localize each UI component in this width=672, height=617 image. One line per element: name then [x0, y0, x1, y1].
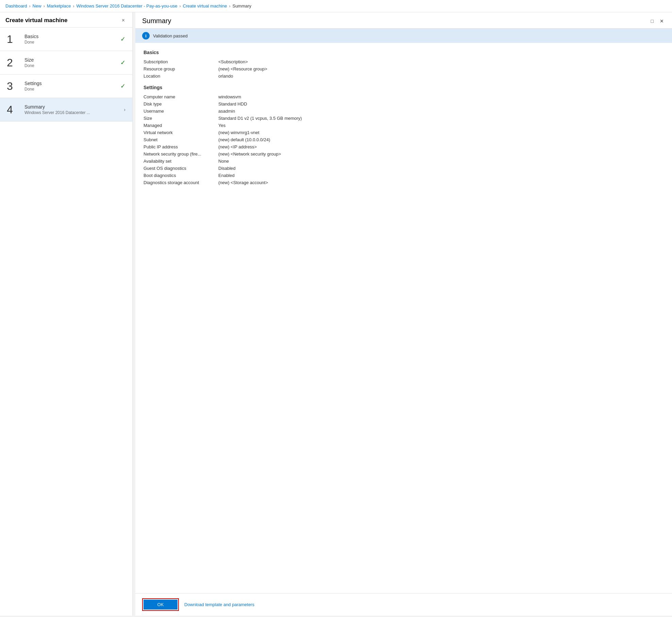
detail-row-subscription: Subscription <Subscription> — [144, 59, 664, 64]
settings-section: Settings Computer name windowsvm Disk ty… — [144, 85, 664, 185]
breadcrumb: Dashboard › New › Marketplace › Windows … — [0, 0, 672, 12]
value-resource-group: (new) <Resource group> — [218, 66, 267, 71]
step-check-1: ✓ — [120, 35, 125, 43]
label-public-ip: Public IP address — [144, 144, 218, 149]
value-location: orlando — [218, 74, 233, 79]
value-guest-os-diag: Disabled — [218, 166, 236, 171]
value-computer-name: windowsvm — [218, 94, 241, 99]
label-availability-set: Availability set — [144, 159, 218, 164]
step-number-2: 2 — [7, 57, 20, 68]
label-managed: Managed — [144, 123, 218, 128]
detail-row-computer-name: Computer name windowsvm — [144, 94, 664, 99]
validation-banner: i Validation passed — [135, 29, 672, 43]
right-panel: Summary □ ✕ i Validation passed Basics S… — [135, 12, 672, 616]
label-username: Username — [144, 109, 218, 114]
step-info-2: Size Done — [24, 57, 120, 68]
step-name-3: Settings — [24, 81, 120, 86]
label-location: Location — [144, 74, 218, 79]
step-info-1: Basics Done — [24, 34, 120, 45]
detail-row-size: Size Standard D1 v2 (1 vcpus, 3.5 GB mem… — [144, 116, 664, 121]
ok-button[interactable]: OK — [144, 600, 178, 610]
breadcrumb-marketplace[interactable]: Marketplace — [47, 3, 71, 9]
step-status-1: Done — [24, 40, 120, 45]
step-number-3: 3 — [7, 81, 20, 92]
right-panel-close-button[interactable]: ✕ — [658, 18, 665, 25]
detail-row-virtual-network: Virtual network (new) winvmrg1-vnet — [144, 130, 664, 135]
value-subscription: <Subscription> — [218, 59, 248, 64]
breadcrumb-sep-2: › — [44, 4, 45, 9]
detail-row-location: Location orlando — [144, 74, 664, 79]
info-circle-icon: i — [142, 32, 150, 39]
detail-row-disk-type: Disk type Standard HDD — [144, 101, 664, 107]
label-computer-name: Computer name — [144, 94, 218, 99]
detail-row-resource-group: Resource group (new) <Resource group> — [144, 66, 664, 71]
chevron-right-icon: › — [124, 107, 125, 112]
detail-row-boot-diag: Boot diagnostics Enabled — [144, 173, 664, 178]
label-diag-storage: Diagnostics storage account — [144, 180, 218, 185]
label-boot-diag: Boot diagnostics — [144, 173, 218, 178]
label-nsg: Network security group (fire... — [144, 151, 218, 157]
breadcrumb-dashboard[interactable]: Dashboard — [5, 3, 27, 9]
value-managed: Yes — [218, 123, 225, 128]
left-panel-title: Create virtual machine — [5, 17, 67, 24]
settings-section-title: Settings — [144, 85, 664, 90]
detail-row-availability-set: Availability set None — [144, 159, 664, 164]
right-header-actions: □ ✕ — [650, 18, 665, 25]
value-public-ip: (new) <IP address> — [218, 144, 257, 149]
breadcrumb-sep-1: › — [29, 4, 31, 9]
value-boot-diag: Enabled — [218, 173, 235, 178]
label-virtual-network: Virtual network — [144, 130, 218, 135]
step-check-2: ✓ — [120, 59, 125, 66]
breadcrumb-create-vm[interactable]: Create virtual machine — [183, 3, 227, 9]
value-availability-set: None — [218, 159, 229, 164]
validation-message: Validation passed — [153, 33, 188, 38]
step-check-3: ✓ — [120, 82, 125, 90]
value-diag-storage: (new) <Storage account> — [218, 180, 268, 185]
detail-row-subnet: Subnet (new) default (10.0.0.0/24) — [144, 137, 664, 142]
basics-section-title: Basics — [144, 50, 664, 55]
breadcrumb-new[interactable]: New — [33, 3, 41, 9]
step-info-4: Summary Windows Server 2016 Datacenter .… — [24, 104, 124, 115]
left-panel-close-button[interactable]: × — [120, 17, 127, 24]
main-container: Create virtual machine × 1 Basics Done ✓… — [0, 12, 672, 616]
label-size: Size — [144, 116, 218, 121]
label-resource-group: Resource group — [144, 66, 218, 71]
step-sub-4: Windows Server 2016 Datacenter ... — [24, 110, 106, 115]
value-size: Standard D1 v2 (1 vcpus, 3.5 GB memory) — [218, 116, 302, 121]
label-disk-type: Disk type — [144, 101, 218, 107]
breadcrumb-sep-4: › — [179, 4, 181, 9]
step-name-2: Size — [24, 57, 120, 63]
step-item-basics[interactable]: 1 Basics Done ✓ — [0, 28, 132, 51]
breadcrumb-current: Summary — [232, 3, 251, 9]
label-guest-os-diag: Guest OS diagnostics — [144, 166, 218, 171]
step-name-1: Basics — [24, 34, 120, 39]
right-footer: OK Download template and parameters — [135, 593, 672, 616]
ok-button-wrapper: OK — [142, 598, 179, 611]
left-panel: Create virtual machine × 1 Basics Done ✓… — [0, 12, 133, 616]
download-template-link[interactable]: Download template and parameters — [184, 602, 254, 607]
detail-row-public-ip: Public IP address (new) <IP address> — [144, 144, 664, 149]
detail-row-username: Username asadmin — [144, 109, 664, 114]
breadcrumb-sep-5: › — [229, 4, 230, 9]
value-disk-type: Standard HDD — [218, 101, 247, 107]
left-panel-header: Create virtual machine × — [0, 12, 132, 28]
step-item-settings[interactable]: 3 Settings Done ✓ — [0, 75, 132, 98]
step-item-summary[interactable]: 4 Summary Windows Server 2016 Datacenter… — [0, 98, 132, 121]
value-virtual-network: (new) winvmrg1-vnet — [218, 130, 259, 135]
breadcrumb-sep-3: › — [73, 4, 74, 9]
detail-row-guest-os-diag: Guest OS diagnostics Disabled — [144, 166, 664, 171]
step-info-3: Settings Done — [24, 81, 120, 92]
maximize-button[interactable]: □ — [650, 18, 655, 25]
step-item-size[interactable]: 2 Size Done ✓ — [0, 51, 132, 75]
breadcrumb-product[interactable]: Windows Server 2016 Datacenter - Pay-as-… — [76, 3, 177, 9]
detail-row-nsg: Network security group (fire... (new) <N… — [144, 151, 664, 157]
value-nsg: (new) <Network security group> — [218, 151, 281, 157]
summary-content: Basics Subscription <Subscription> Resou… — [135, 43, 672, 593]
step-status-3: Done — [24, 87, 120, 92]
right-panel-header: Summary □ ✕ — [135, 12, 672, 29]
detail-row-diag-storage: Diagnostics storage account (new) <Stora… — [144, 180, 664, 185]
right-panel-title: Summary — [142, 17, 171, 25]
basics-section: Basics Subscription <Subscription> Resou… — [144, 50, 664, 79]
value-subnet: (new) default (10.0.0.0/24) — [218, 137, 270, 142]
steps-container: 1 Basics Done ✓ 2 Size Done ✓ 3 — [0, 28, 132, 616]
